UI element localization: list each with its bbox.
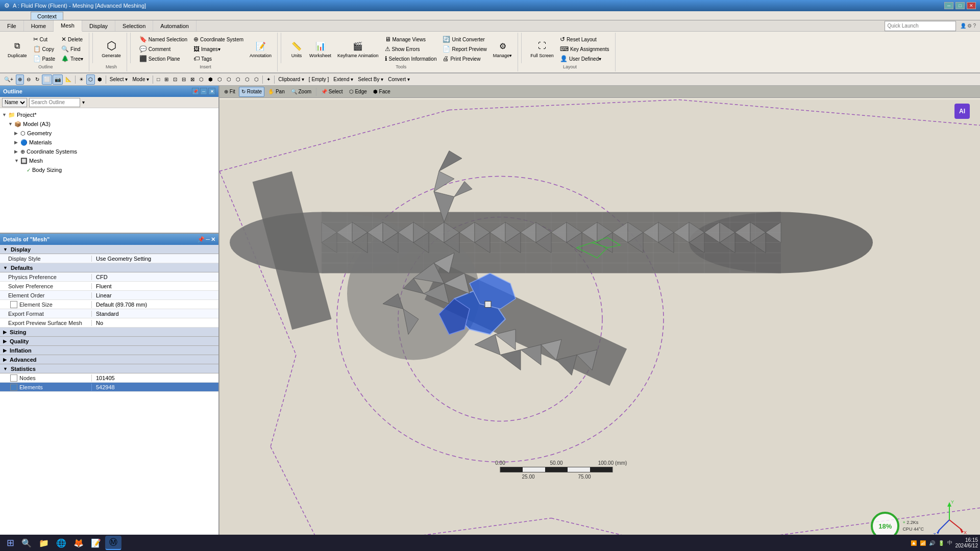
extend-dropdown[interactable]: Extend ▾: [331, 74, 355, 85]
outline-min-btn[interactable]: ─: [200, 88, 207, 95]
light-btn[interactable]: ☀: [77, 74, 86, 85]
mesh-view-10[interactable]: ⬡: [234, 74, 242, 85]
elements-checkbox[interactable]: [10, 384, 17, 391]
restore-button[interactable]: □: [955, 2, 965, 9]
keyframe-animation-button[interactable]: 🎬 Keyframe Animation: [335, 38, 381, 60]
mode-dropdown[interactable]: Mode ▾: [130, 74, 151, 85]
measure-btn[interactable]: 📐: [63, 74, 74, 85]
section-plane-button[interactable]: ⬛Section Plane: [137, 54, 190, 63]
selection-info-button[interactable]: ℹSelection Information: [382, 54, 439, 63]
outline-search-options[interactable]: ▾: [82, 99, 85, 105]
unit-converter-button[interactable]: 🔄Unit Converter: [440, 35, 489, 44]
close-button[interactable]: ✕: [967, 2, 976, 9]
materials-expand[interactable]: ▶: [14, 140, 20, 145]
details-header-controls[interactable]: 📌 ─ ✕: [198, 236, 215, 243]
tab-selection[interactable]: Selection: [115, 20, 153, 31]
taskbar-clock[interactable]: 16:15 2024/6/12: [955, 537, 978, 548]
show-errors-button[interactable]: ⚠Show Errors: [382, 44, 439, 54]
taskbar-ansys[interactable]: Ⓜ: [105, 536, 121, 550]
geometry-expand[interactable]: ▶: [14, 131, 20, 136]
element-size-checkbox[interactable]: [10, 301, 17, 308]
mesh-view-3[interactable]: ⊡: [171, 74, 179, 85]
rotate-btn[interactable]: ↻: [33, 74, 41, 85]
clip-btn[interactable]: ✦: [264, 74, 273, 85]
context-tab[interactable]: Context: [31, 12, 63, 20]
mesh-view-7[interactable]: ⬢: [206, 74, 215, 85]
key-assignments-button[interactable]: ⌨Key Assignments: [557, 44, 612, 54]
tab-display[interactable]: Display: [82, 20, 115, 31]
fit-btn[interactable]: ⊕: [16, 74, 24, 85]
report-preview-button[interactable]: 📄Report Preview: [440, 44, 489, 54]
nodes-checkbox[interactable]: [10, 374, 17, 382]
comment-button[interactable]: 💬Comment: [137, 44, 190, 54]
copy-button[interactable]: 📋Copy: [31, 44, 58, 54]
section-advanced[interactable]: ▶ Advanced: [0, 355, 218, 364]
outline-filter-select[interactable]: Name: [2, 98, 27, 107]
section-sizing[interactable]: ▶ Sizing: [0, 328, 218, 337]
tab-mesh[interactable]: Mesh: [54, 20, 82, 32]
section-display[interactable]: ▼ Display: [0, 245, 218, 254]
outline-search-input[interactable]: [29, 98, 80, 107]
vp-pan[interactable]: ✋ Pan: [265, 87, 287, 97]
details-close-btn[interactable]: ✕: [211, 236, 215, 243]
section-defaults[interactable]: ▼ Defaults: [0, 263, 218, 272]
find-button[interactable]: 🔍Find: [59, 44, 86, 54]
vp-face[interactable]: ⬢ Face: [371, 87, 393, 97]
tab-home[interactable]: Home: [24, 20, 54, 31]
mesh-view-6[interactable]: ⬡: [197, 74, 206, 85]
settings-icon[interactable]: ⚙: [967, 23, 972, 29]
start-button[interactable]: ⊞: [2, 537, 18, 549]
mesh-view-1[interactable]: □: [155, 74, 162, 85]
quick-launch-input[interactable]: [885, 21, 956, 31]
tree-item-mesh[interactable]: ▼ 🔲 Mesh: [0, 156, 218, 165]
mesh-view-11[interactable]: ⬡: [243, 74, 252, 85]
duplicate-button[interactable]: ⧉ Duplicate: [5, 38, 30, 60]
solid-btn[interactable]: ⬢: [95, 74, 104, 85]
zoom-in-btn[interactable]: 🔍+: [2, 74, 15, 85]
clipboard-dropdown[interactable]: Clipboard ▾: [276, 74, 306, 85]
mesh-view-8[interactable]: ⬡: [215, 74, 224, 85]
zoom-out-btn[interactable]: ⊖: [24, 74, 33, 85]
model-expand[interactable]: ▼: [8, 121, 14, 127]
details-pin-btn[interactable]: 📌: [198, 236, 205, 243]
outline-close-btn[interactable]: ✕: [208, 88, 215, 95]
coord-system-button[interactable]: ⊕Coordinate System: [191, 35, 246, 44]
vp-rotate[interactable]: ↻ Rotate: [239, 87, 264, 97]
section-statistics[interactable]: ▼ Statistics: [0, 364, 218, 373]
taskbar-word[interactable]: 📝: [88, 536, 104, 550]
tree-item-project[interactable]: ▼ 📁 Project*: [0, 110, 218, 119]
mesh-expand[interactable]: ▼: [14, 158, 20, 163]
tree-item-model[interactable]: ▼ 📦 Model (A3): [0, 119, 218, 129]
user-defined-button[interactable]: 👤User Defined▾: [557, 54, 612, 63]
viewport[interactable]: 0.00 50.00 100.00 (mm) 25.00 75.00 ⊕ Fit…: [219, 86, 980, 550]
vp-zoom[interactable]: 🔍 Zoom: [288, 87, 314, 97]
section-quality[interactable]: ▶ Quality: [0, 337, 218, 346]
tab-file[interactable]: File: [0, 20, 24, 31]
images-button[interactable]: 🖼Images▾: [191, 44, 246, 54]
select-by-dropdown[interactable]: Select By ▾: [356, 74, 385, 85]
taskbar-browser[interactable]: 🌐: [53, 536, 69, 550]
mesh-view-5[interactable]: ⊠: [188, 74, 197, 85]
minimize-button[interactable]: ─: [944, 2, 953, 9]
paste-button[interactable]: 📄Paste: [31, 54, 58, 63]
outline-header-controls[interactable]: 📌 ─ ✕: [192, 88, 215, 95]
taskbar-firefox[interactable]: 🦊: [70, 536, 87, 550]
mesh-view-12[interactable]: ⬡: [252, 74, 261, 85]
vp-zoom-fit[interactable]: ⊕ Fit: [222, 87, 238, 97]
project-expand[interactable]: ▼: [2, 112, 8, 117]
empty-btn[interactable]: [ Empty ]: [307, 74, 331, 85]
vp-edge[interactable]: ⬡ Edge: [347, 87, 370, 97]
taskbar-search[interactable]: 🔍: [18, 536, 35, 550]
units-button[interactable]: 📏 Units: [287, 38, 306, 60]
vp-select[interactable]: 📌 Select: [318, 87, 346, 97]
outline-pin-btn[interactable]: 📌: [192, 88, 199, 95]
mesh-view-9[interactable]: ⬡: [225, 74, 233, 85]
wireframe-btn[interactable]: ⬡: [86, 74, 95, 85]
window-controls[interactable]: ─ □ ✕: [944, 2, 976, 9]
tree-item-geometry[interactable]: ▶ ⬡ Geometry: [0, 129, 218, 138]
convert-dropdown[interactable]: Convert ▾: [386, 74, 412, 85]
tree-item-materials[interactable]: ▶ 🔵 Materials: [0, 138, 218, 147]
details-min-btn[interactable]: ─: [206, 236, 210, 243]
help-icon[interactable]: ?: [973, 23, 976, 29]
delete-button[interactable]: ✕Delete: [59, 35, 86, 44]
